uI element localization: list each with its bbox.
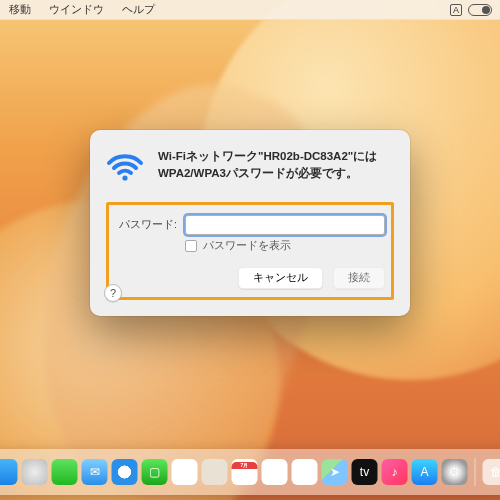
dock-app-appstore[interactable]: A	[412, 459, 438, 485]
dock: ✉︎ ▢ ✿ 7月 5 ≣ ≣ ➤ tv ♪ A ⚙ 🗑	[0, 449, 500, 495]
menu-bar: 移動 ウインドウ ヘルプ A	[0, 0, 500, 20]
dock-app-music[interactable]: ♪	[382, 459, 408, 485]
help-button[interactable]: ?	[104, 284, 122, 302]
dock-app-notes[interactable]: ≣	[292, 459, 318, 485]
dock-app-contacts[interactable]	[202, 459, 228, 485]
menu-help[interactable]: ヘルプ	[113, 2, 164, 17]
dock-app-launchpad[interactable]	[22, 459, 48, 485]
dock-app-mail[interactable]: ✉︎	[82, 459, 108, 485]
svg-point-0	[122, 175, 127, 180]
input-source-indicator[interactable]: A	[450, 4, 462, 16]
dock-trash[interactable]: 🗑	[483, 459, 501, 485]
dock-app-messages[interactable]	[52, 459, 78, 485]
dock-app-calendar[interactable]: 7月 5	[232, 459, 258, 485]
dock-app-settings[interactable]: ⚙	[442, 459, 468, 485]
password-label: パスワード:	[115, 218, 177, 232]
dock-app-tv[interactable]: tv	[352, 459, 378, 485]
dock-app-finder[interactable]	[0, 459, 18, 485]
dialog-title: Wi-Fiネットワーク"HR02b-DC83A2"にはWPA2/WPA3パスワー…	[158, 148, 394, 186]
dock-app-reminders[interactable]: ≣	[262, 459, 288, 485]
connect-button[interactable]: 接続	[333, 267, 385, 289]
menu-go[interactable]: 移動	[0, 2, 40, 17]
wifi-password-dialog: Wi-Fiネットワーク"HR02b-DC83A2"にはWPA2/WPA3パスワー…	[90, 130, 410, 316]
dock-separator	[475, 458, 476, 486]
dock-app-maps[interactable]: ➤	[322, 459, 348, 485]
input-highlight-area: パスワード: パスワードを表示 キャンセル 接続	[106, 202, 394, 300]
show-password-checkbox[interactable]	[185, 240, 197, 252]
dock-app-facetime[interactable]: ▢	[142, 459, 168, 485]
dock-app-photos[interactable]: ✿	[172, 459, 198, 485]
calendar-month: 7月	[232, 462, 258, 469]
password-input[interactable]	[185, 215, 385, 235]
dock-app-safari[interactable]	[112, 459, 138, 485]
show-password-label: パスワードを表示	[203, 239, 291, 253]
wifi-icon	[106, 148, 144, 186]
cancel-button[interactable]: キャンセル	[238, 267, 323, 289]
menu-window[interactable]: ウインドウ	[40, 2, 113, 17]
calendar-day: 5	[241, 469, 248, 483]
control-center-toggle[interactable]	[468, 4, 492, 16]
